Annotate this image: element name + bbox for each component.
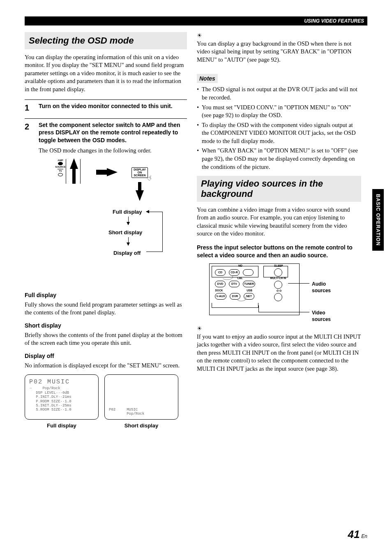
flow-label-short: Short display xyxy=(108,229,142,236)
thin-arrow-1 xyxy=(128,217,129,225)
osd-full-l3: P.INIT.DLY··21ms xyxy=(29,395,94,399)
remote-btn-star xyxy=(274,293,282,301)
switch-label-source: SOURCE xyxy=(55,166,66,169)
section-title-video-bg: Playing video sources in the background xyxy=(197,176,361,202)
remote-btn-tuner: TUNER xyxy=(243,281,255,287)
osd-full-caption: Full display xyxy=(25,422,99,429)
osd-flow-diagram: AMP SOURCE TV xyxy=(55,159,187,278)
osd-example-row: P02 MUSIC → Pop/Rock DSP LEVEL···0dB P.I… xyxy=(25,374,187,429)
arrow-right-icon xyxy=(107,168,118,176)
step-2-title: Set the component selector switch to AMP… xyxy=(39,121,187,145)
note-1: The OSD signal is not output at the DVR … xyxy=(197,85,361,102)
note-2: You must set "VIDEO CONV." in "OPTION ME… xyxy=(197,104,361,120)
osd-full-l1: → Pop/Rock xyxy=(29,386,94,390)
display-off-heading: Display off xyxy=(25,352,187,360)
display-off-text: No information is displayed except for t… xyxy=(25,362,187,370)
selector-switch-graphic: AMP SOURCE TV xyxy=(55,159,66,177)
step-2-desc: The OSD mode changes in the following or… xyxy=(39,147,187,155)
switch-label-amp: AMP xyxy=(55,159,66,162)
switch-label-tv: TV xyxy=(55,170,66,173)
full-display-heading: Full display xyxy=(25,291,187,299)
full-display-text: Fully shows the sound field program para… xyxy=(25,301,187,317)
flow-label-full: Full display xyxy=(113,208,142,216)
loop-arrowhead xyxy=(146,212,147,212)
tip-2-text: If you want to enjoy an audio source inp… xyxy=(197,333,361,373)
notes-list: The OSD signal is not output at the DVR … xyxy=(197,85,361,171)
tip-1-text: You can display a gray background in the… xyxy=(197,40,361,64)
instruction-text: Press the input selector buttons on the … xyxy=(197,244,361,259)
remote-btn-dtv: DTV xyxy=(229,281,240,287)
osd-short-caption: Short display xyxy=(104,422,178,429)
osd-full-l5: S.INIT.DLY··25ms xyxy=(29,404,94,408)
osd-short-l2: Pop/Rock xyxy=(109,412,174,416)
display-button-bottom: ON SCREEN xyxy=(134,171,145,177)
osd-full-l6: S.ROOM SIZE··1.0 xyxy=(29,408,94,412)
tip-icon-2 xyxy=(197,325,202,333)
step-1-num: 1 xyxy=(25,102,33,113)
remote-btn-dvd: DVD xyxy=(215,281,226,287)
notes-heading: Notes xyxy=(197,74,218,83)
osd-full-display-box: P02 MUSIC → Pop/Rock DSP LEVEL···0dB P.I… xyxy=(25,374,99,420)
note-4: When "GRAY BACK" in "OPTION MENU" is set… xyxy=(197,147,361,171)
arrow-down-icon xyxy=(136,190,144,201)
header-bar: USING VIDEO FEATURES xyxy=(25,16,367,25)
remote-label-dock: DOCK xyxy=(213,289,225,293)
step-1-title: Turn on the video monitor connected to t… xyxy=(39,102,187,110)
remote-star-icon: ☆☆ xyxy=(275,289,283,293)
remote-btn-multi xyxy=(274,281,282,289)
step-2-num: 2 xyxy=(25,121,33,286)
audio-sources-label: Audio sources xyxy=(312,281,331,294)
note-3: To display the OSD with the component vi… xyxy=(197,121,361,145)
section-title-osd: Selecting the OSD mode xyxy=(25,32,187,49)
remote-btn-vaux: V-AUX xyxy=(215,293,226,300)
side-tab: BASIC OPERATION xyxy=(372,189,384,251)
tip-2 xyxy=(197,325,361,333)
arrow-down-stem xyxy=(138,182,141,190)
intro-text: You can display the operating informatio… xyxy=(25,53,187,94)
display-button-top: DISPLAY xyxy=(134,168,146,171)
step-2: 2 Set the component selector switch to A… xyxy=(25,118,187,286)
osd-short-l1: P02 MUSIC xyxy=(109,408,174,412)
osd-full-title: P02 MUSIC xyxy=(29,378,94,386)
short-display-heading: Short display xyxy=(25,322,187,330)
loop-line xyxy=(146,212,163,252)
video-sources-label: Video sources xyxy=(312,309,331,323)
tip-1 xyxy=(197,32,361,40)
short-display-text: Briefly shows the contents of the front … xyxy=(25,331,187,347)
thin-arrow-2 xyxy=(128,237,129,245)
curve-2 xyxy=(236,295,246,301)
arrow-up-icon xyxy=(70,158,78,169)
remote-label-usb: USB xyxy=(244,289,254,293)
page-number-suffix: En xyxy=(361,533,367,539)
arrow-right-stem xyxy=(96,170,108,175)
tip-icon xyxy=(197,32,202,40)
flow-label-off: Display off xyxy=(113,249,141,257)
step-1: 1 Turn on the video monitor connected to… xyxy=(25,99,187,113)
header-section-label: USING VIDEO FEATURES xyxy=(304,18,364,24)
page-number: 41 En xyxy=(348,527,368,542)
intro2-text: You can combine a video image from a vid… xyxy=(197,206,361,238)
osd-full-l4: P.ROOM SIZE··1.0 xyxy=(29,399,94,404)
arrow-up-stem xyxy=(72,169,76,184)
remote-diagram: MD CD CD-R SLEEP CBL DVD DTV TUNER MULTI… xyxy=(209,263,312,317)
osd-short-display-box: P02 MUSIC Pop/Rock xyxy=(104,374,178,420)
page-number-num: 41 xyxy=(348,528,360,540)
osd-full-l2: DSP LEVEL···0dB xyxy=(29,391,94,395)
